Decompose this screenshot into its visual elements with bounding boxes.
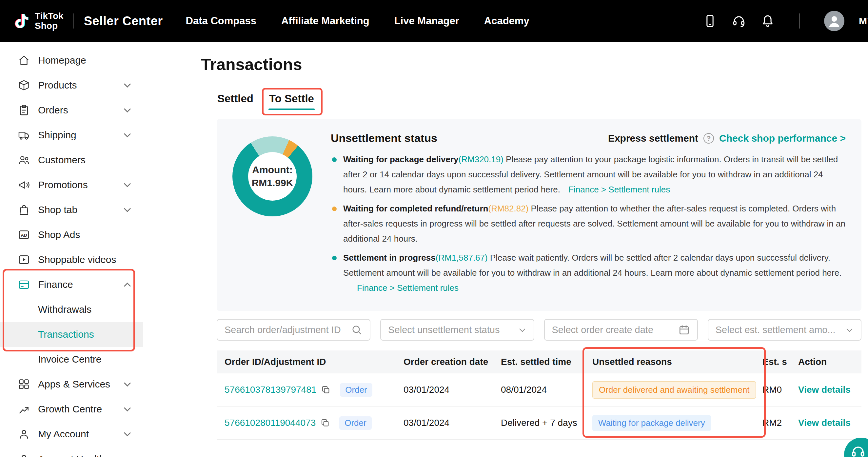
- order-create-date-select[interactable]: Select order create date: [544, 319, 698, 341]
- home-icon: [18, 54, 30, 66]
- customers-people-icon: [18, 154, 30, 166]
- copy-icon[interactable]: [320, 418, 330, 428]
- bullet-waiting-package-delivery: Waiting for package delivery(RM320.19) P…: [331, 152, 846, 197]
- order-type-tag: Order: [339, 416, 371, 430]
- mobile-app-icon[interactable]: [703, 14, 717, 28]
- express-settlement-row: Express settlement ? Check shop performa…: [608, 133, 846, 144]
- sidebar-item-homepage[interactable]: Homepage: [0, 48, 143, 73]
- sidebar-item-my-account[interactable]: My Account: [0, 422, 143, 447]
- est-settlement-amount-select[interactable]: Select est. settlement amo...: [708, 319, 862, 341]
- sidebar-item-products[interactable]: Products: [0, 73, 143, 98]
- top-right-actions: MY: [703, 11, 868, 31]
- unsettled-reason-badge: Order delivered and awaiting settlement: [592, 381, 756, 399]
- teal-bullet-dot: [332, 157, 337, 162]
- sidebar-item-account-health[interactable]: Account Health: [0, 447, 143, 457]
- filters-row: Select unsettlement status Select order …: [217, 319, 862, 341]
- est-settlement-amount: RM2: [763, 418, 789, 428]
- table-row: 576610378139797481 Order 03/01/2024 08/0…: [217, 373, 862, 406]
- products-box-icon: [18, 79, 30, 91]
- sidebar: Homepage Products Orders Shipping Custom…: [0, 42, 143, 457]
- sidebar-item-shop-tab[interactable]: Shop tab: [0, 197, 143, 222]
- finance-card-icon: [18, 278, 30, 291]
- sidebar-item-apps-services[interactable]: Apps & Services: [0, 372, 143, 397]
- teal-bullet-dot: [332, 256, 337, 260]
- person-icon: [18, 428, 30, 440]
- chevron-down-icon: [124, 379, 131, 386]
- sidebar-item-shipping[interactable]: Shipping: [0, 123, 143, 148]
- divider: [799, 13, 800, 29]
- chevron-down-icon: [124, 404, 131, 411]
- bullet-waiting-refund-return: Waiting for completed refund/return(RM82…: [331, 201, 846, 246]
- search-icon: [351, 324, 363, 336]
- sidebar-item-customers[interactable]: Customers: [0, 148, 143, 173]
- sidebar-item-shop-ads[interactable]: AD Shop Ads: [0, 222, 143, 247]
- orders-clipboard-icon: [18, 104, 30, 116]
- account-health-icon: [18, 453, 30, 457]
- main-content: Transactions Settled To Settle Amount: R…: [143, 42, 868, 457]
- profile-label[interactable]: MY: [859, 16, 868, 27]
- copy-icon[interactable]: [321, 385, 331, 395]
- tab-settled[interactable]: Settled: [217, 92, 254, 110]
- video-play-icon: [18, 253, 30, 266]
- status-bullets: Waiting for package delivery(RM320.19) P…: [331, 152, 846, 295]
- logo-wordmark: TikTok Shop: [35, 11, 64, 31]
- headset-icon: [850, 444, 866, 457]
- order-id-link[interactable]: 576610280119044073: [224, 418, 316, 428]
- chevron-down-icon: [846, 326, 852, 332]
- sidebar-item-label: Homepage: [38, 55, 130, 66]
- divider: [73, 13, 74, 29]
- chevron-down-icon: [124, 130, 131, 137]
- sidebar-item-growth-centre[interactable]: Growth Centre: [0, 397, 143, 422]
- nav-affiliate-marketing[interactable]: Affiliate Marketing: [281, 15, 369, 27]
- settlement-rules-link[interactable]: Finance > Settlement rules: [357, 280, 846, 295]
- search-order-input[interactable]: [224, 325, 351, 335]
- bullet-settlement-in-progress: Settlement in progress(RM1,587.67) Pleas…: [331, 250, 846, 295]
- apps-grid-icon: [18, 378, 30, 391]
- support-headset-icon[interactable]: [732, 14, 746, 28]
- view-details-link[interactable]: View details: [798, 418, 850, 428]
- est-settled-time: Delivered + 7 days: [494, 418, 585, 428]
- sidebar-item-promotions[interactable]: Promotions: [0, 173, 143, 197]
- sidebar-item-orders[interactable]: Orders: [0, 98, 143, 123]
- chevron-down-icon: [519, 326, 525, 332]
- chevron-down-icon: [124, 205, 131, 212]
- tab-to-settle[interactable]: To Settle: [269, 92, 315, 110]
- nav-live-manager[interactable]: Live Manager: [394, 15, 459, 27]
- sidebar-item-transactions[interactable]: Transactions: [0, 322, 143, 347]
- sidebar-item-finance[interactable]: Finance: [0, 272, 143, 297]
- nav-academy[interactable]: Academy: [484, 15, 529, 27]
- chevron-down-icon: [124, 180, 131, 187]
- check-shop-performance-link[interactable]: Check shop performance >: [719, 133, 846, 144]
- tabs: Settled To Settle: [217, 92, 862, 110]
- tiktok-shop-logo[interactable]: TikTok Shop: [13, 11, 64, 31]
- express-settlement-label: Express settlement: [608, 133, 698, 144]
- chevron-down-icon: [124, 80, 131, 87]
- sidebar-item-invoice-centre[interactable]: Invoice Centre: [0, 347, 143, 372]
- search-order-field[interactable]: [217, 319, 370, 341]
- top-bar: TikTok Shop Seller Center Data Compass A…: [0, 0, 868, 42]
- unsettlement-donut-chart: Amount: RM1.99K: [232, 136, 312, 216]
- order-type-tag: Order: [340, 383, 372, 397]
- est-settlement-amount: RM0: [763, 385, 789, 395]
- col-header-unsettled-reasons: Unsettled reasons: [585, 357, 763, 367]
- chevron-up-icon: [124, 282, 131, 289]
- order-creation-date: 03/01/2024: [396, 385, 494, 395]
- ads-icon: AD: [18, 228, 30, 241]
- order-id-link[interactable]: 576610378139797481: [224, 385, 316, 395]
- tiktok-note-icon: [13, 12, 30, 30]
- shipping-truck-icon: [18, 129, 30, 141]
- help-question-icon[interactable]: ?: [704, 133, 714, 144]
- unsettlement-status-panel: Amount: RM1.99K Unsettlement status Expr…: [217, 119, 862, 311]
- view-details-link[interactable]: View details: [798, 385, 850, 395]
- donut-center-label: Amount: RM1.99K: [248, 152, 297, 201]
- col-header-creation-date: Order creation date: [396, 357, 494, 367]
- avatar[interactable]: [824, 11, 844, 31]
- col-header-est-settled-time: Est. settled time: [494, 357, 585, 367]
- shop-bag-icon: [18, 204, 30, 216]
- unsettlement-status-select[interactable]: Select unsettlement status: [380, 319, 534, 341]
- settlement-rules-link[interactable]: Finance > Settlement rules: [568, 185, 670, 194]
- notifications-bell-icon[interactable]: [761, 14, 775, 28]
- sidebar-item-shoppable-videos[interactable]: Shoppable videos: [0, 247, 143, 272]
- nav-data-compass[interactable]: Data Compass: [186, 15, 256, 27]
- sidebar-item-withdrawals[interactable]: Withdrawals: [0, 297, 143, 322]
